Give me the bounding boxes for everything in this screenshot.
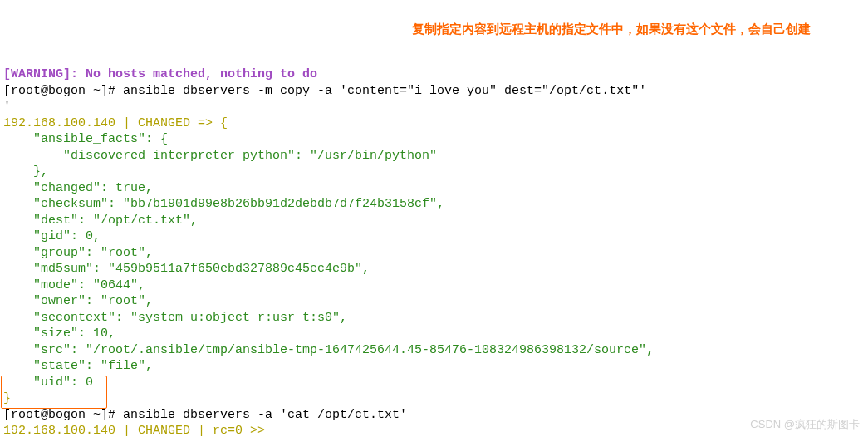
json-ansible-facts-open: "ansible_facts": { <box>3 132 168 146</box>
json-gid: "gid": 0, <box>3 229 101 243</box>
quote-line: ' <box>3 100 11 114</box>
json-owner: "owner": "root", <box>3 294 153 308</box>
json-uid: "uid": 0 <box>3 376 93 390</box>
json-secontext: "secontext": "system_u:object_r:usr_t:s0… <box>3 311 347 325</box>
prompt-2: [root@bogon ~]# <box>3 408 123 422</box>
command-2: ansible dbservers -a 'cat /opt/ct.txt' <box>123 408 407 422</box>
json-group: "group": "root", <box>3 246 153 260</box>
json-close: } <box>3 391 11 405</box>
json-changed: "changed": true, <box>3 181 153 195</box>
json-src: "src": "/root/.ansible/tmp/ansible-tmp-1… <box>3 343 654 357</box>
json-mode: "mode": "0644", <box>3 278 145 292</box>
host-header: 192.168.100.140 | CHANGED => { <box>3 116 228 130</box>
json-md5sum: "md5sum": "459b9511a7f650ebd327889c45cc4… <box>3 262 370 276</box>
json-checksum: "checksum": "bb7b1901d99e8b26bb91d2debdb… <box>3 197 444 211</box>
json-ansible-facts-close: }, <box>3 164 48 179</box>
json-state: "state": "file", <box>3 359 153 373</box>
prompt-1: [root@bogon ~]# <box>3 84 123 98</box>
annotation-text: 复制指定内容到远程主机的指定文件中，如果没有这个文件，会自己创建 <box>412 20 861 37</box>
watermark-text: CSDN @疯狂的斯图卡 <box>750 418 860 432</box>
json-interpreter: "discovered_interpreter_python": "/usr/b… <box>3 149 437 163</box>
command-1: ansible dbservers -m copy -a 'content="i… <box>123 84 646 98</box>
json-dest: "dest": "/opt/ct.txt", <box>3 214 198 228</box>
host-header-2: 192.168.100.140 | CHANGED | rc=0 >> <box>3 424 265 437</box>
warning-line: [WARNING]: No hosts matched, nothing to … <box>3 67 317 81</box>
json-size: "size": 10, <box>3 327 115 341</box>
